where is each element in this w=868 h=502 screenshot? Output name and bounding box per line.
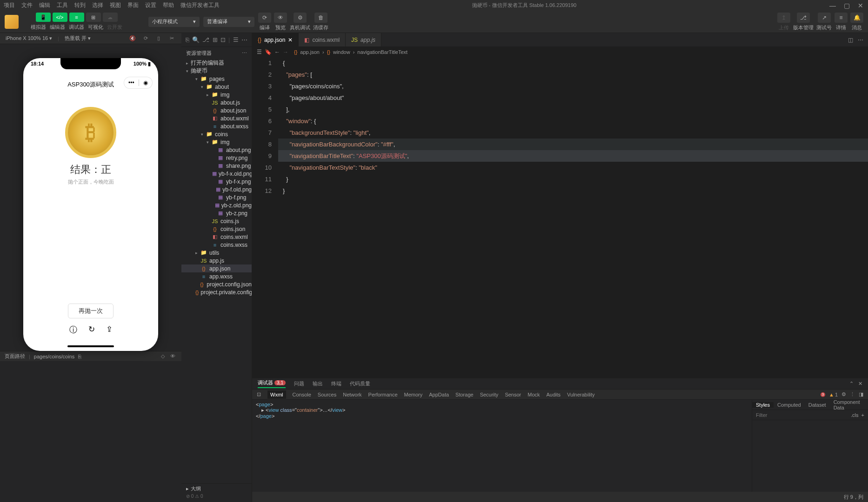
filter-input[interactable] [756,412,851,418]
devtools-tab[interactable]: Mock [527,392,540,397]
icon[interactable]: ⊞ [213,36,218,43]
compile-dropdown[interactable]: 普通编译▾ [203,17,254,27]
tree-file[interactable]: ◧coins.wxml [181,233,252,241]
tree-folder[interactable]: ▾📁about [181,83,252,91]
tree-file[interactable]: ▦retry.png [181,154,252,162]
tree-folder[interactable]: ▸📁img [181,91,252,99]
tree-folder[interactable]: ▸📁utils [181,249,252,257]
gear-icon[interactable]: ⚙ [841,391,846,397]
close-icon[interactable]: ✕ [858,381,862,387]
cls-toggle[interactable]: .cls [851,412,859,418]
target-icon[interactable]: ◉ [143,79,148,86]
component-data-tab[interactable]: Component Data [830,399,868,410]
collapse-icon[interactable]: ⌃ [849,381,854,387]
close-icon[interactable]: ✕ [857,2,864,9]
menu-item[interactable]: 选择 [92,1,103,9]
styles-tab[interactable]: Styles [752,402,774,408]
devtools-tab[interactable]: Network [343,392,361,397]
close-tab-icon[interactable]: ✕ [288,37,293,43]
menu-item[interactable]: 编辑 [39,1,50,9]
tree-file[interactable]: JSabout.js [181,99,252,106]
tree-file[interactable]: {}project.private.config.js... [181,288,252,296]
tree-file[interactable]: {}coins.json [181,225,252,233]
tree-file[interactable]: ≡about.wxss [181,122,252,130]
tree-file[interactable]: JScoins.js [181,217,252,225]
retry-icon[interactable]: ↻ [88,324,95,335]
tree-file[interactable]: ▦yb-z.png [181,209,252,217]
debugger-button[interactable]: ≡ [69,13,84,22]
refresh-icon[interactable]: ⟳ [141,34,150,43]
tree-file[interactable]: ▦yb-z.old.png [181,201,252,209]
devtools-tab[interactable]: Security [480,392,499,397]
breadcrumb-item[interactable]: window [333,49,350,55]
project-root[interactable]: ▾抛硬币 [181,67,252,75]
tree-file[interactable]: ▦share.png [181,162,252,170]
elements-panel[interactable]: <page> ▸ <view class="container">…</view… [252,400,752,492]
more-icon[interactable]: ⋯ [242,50,247,56]
menu-item[interactable]: 微信开发者工具 [180,1,220,9]
device-selector[interactable]: iPhone X 100% 16 ▾ [6,35,52,41]
tree-folder[interactable]: ▾📁coins [181,130,252,138]
upload-button[interactable]: ↥ [777,13,790,23]
tree-file[interactable]: ▦yb-f.old.png [181,185,252,193]
tree-folder[interactable]: ▾📁img [181,138,252,146]
share-icon[interactable]: ⇪ [106,324,113,335]
clear-cache-button[interactable]: 🗑 [314,13,327,23]
menu-item[interactable]: 界面 [127,1,139,9]
problems-tab[interactable]: 问题 [294,380,304,387]
git-icon[interactable]: ⎇ [202,36,209,43]
breadcrumb-item[interactable]: app.json [300,49,320,55]
editor-tab[interactable]: ◧coins.wxml [299,33,346,46]
tree-file[interactable]: ▦yb-f-x.png [181,178,252,185]
devtools-tab[interactable]: Vulnerability [567,392,595,397]
devtools-tab[interactable]: Console [293,392,311,397]
details-button[interactable]: ≡ [835,13,848,23]
tree-file[interactable]: ▦yb-f-x.old.png [181,170,252,178]
scene-icon[interactable]: ◇ [159,352,167,361]
terminal-tab[interactable]: 终端 [331,380,341,387]
devtools-tab[interactable]: Sensor [505,392,521,397]
editor-tab[interactable]: JSapp.js [346,33,381,46]
tree-file[interactable]: ≡app.wxss [181,272,252,280]
output-tab[interactable]: 输出 [313,380,323,387]
devtools-tab[interactable]: Performance [368,392,398,397]
cloud-button[interactable]: ☁ [103,13,118,22]
tree-file[interactable]: ▦yb-f.png [181,193,252,201]
copy-icon[interactable]: ⎘ [78,354,81,359]
split-icon[interactable]: ◫ [848,37,853,43]
add-style-button[interactable]: + [861,412,864,418]
avatar[interactable] [5,15,19,29]
files-icon[interactable]: ⎘ [186,36,189,43]
retry-button[interactable]: 再抛一次 [68,304,114,318]
message-button[interactable]: 🔔 [850,13,863,23]
mute-icon[interactable]: 🔇 [128,34,137,43]
devtools-tab[interactable]: Storage [455,392,474,397]
tree-folder[interactable]: ▾📁pages [181,75,252,83]
devtools-tab[interactable]: Wxml [267,390,286,399]
more-icon[interactable]: ⋮ [850,391,855,397]
forward-icon[interactable]: → [283,49,288,55]
computed-tab[interactable]: Computed [774,402,805,408]
hot-reload-toggle[interactable]: 热重载 开 ▾ [65,35,91,42]
tree-file[interactable]: {}app.json [181,264,252,272]
outline-section[interactable]: ▸大纲 [181,483,252,494]
tree-file[interactable]: {}about.json [181,106,252,114]
maximize-icon[interactable]: ▢ [843,2,850,9]
devtools-tab[interactable]: Audits [547,392,561,397]
menu-item[interactable]: 转到 [74,1,86,9]
icon[interactable]: ☰ [233,36,239,43]
inspect-icon[interactable]: ⊡ [257,391,261,397]
cut-icon[interactable]: ✂ [167,34,176,43]
tree-file[interactable]: JSapp.js [181,257,252,264]
tree-file[interactable]: ≡coins.wxss [181,241,252,249]
icon[interactable]: ⊡ [220,36,226,43]
tree-file[interactable]: ▦about.png [181,146,252,154]
devtools-tab[interactable]: Memory [404,392,423,397]
code-area[interactable]: 123456789101112 { "pages": [ "pages/coin… [252,57,868,378]
menu-item[interactable]: 帮助 [163,1,174,9]
menu-item[interactable]: 项目 [4,1,15,9]
debugger-tab[interactable]: 调试器 3,1 [258,379,286,388]
code-quality-tab[interactable]: 代码质量 [350,380,370,387]
remote-debug-button[interactable]: ⚙ [294,13,307,23]
more-icon[interactable]: ⋯ [241,36,247,43]
